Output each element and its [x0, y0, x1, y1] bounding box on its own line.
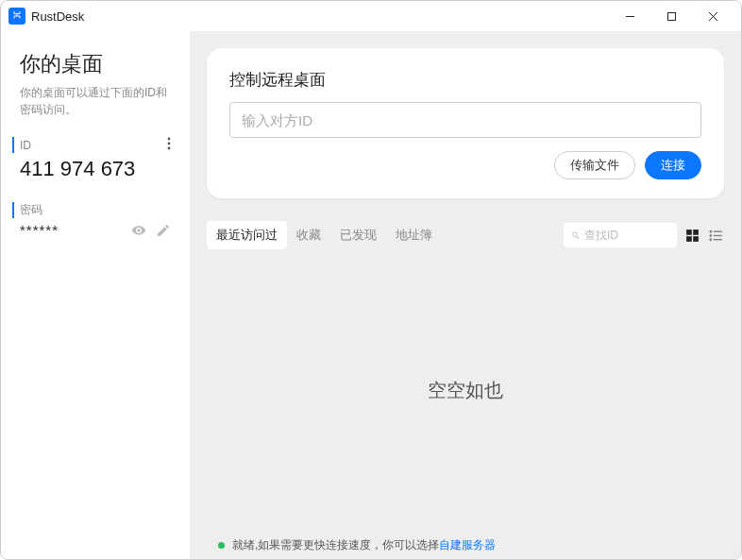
svg-rect-10 [693, 236, 699, 242]
transfer-file-button[interactable]: 传输文件 [554, 151, 635, 179]
list-view-icon[interactable] [708, 228, 724, 244]
svg-point-5 [168, 143, 171, 145]
remote-id-input[interactable] [229, 102, 701, 138]
svg-rect-1 [667, 12, 675, 20]
grid-view-icon[interactable] [684, 228, 700, 244]
sidebar-subtitle: 你的桌面可以通过下面的ID和密码访问。 [20, 84, 171, 118]
tab-addressbook[interactable]: 地址簿 [386, 221, 442, 249]
tab-recent[interactable]: 最近访问过 [207, 221, 287, 249]
pwd-label-row: 密码 [12, 202, 171, 218]
app-logo-icon [8, 8, 25, 25]
svg-rect-9 [686, 236, 692, 242]
sidebar-title: 你的桌面 [20, 50, 171, 78]
empty-state: 空空如也 [207, 249, 724, 531]
remote-title: 控制远程桌面 [229, 69, 701, 91]
pwd-label: 密码 [20, 202, 42, 218]
status-hint: 如果需要更快连接速度，你可以选择 [258, 537, 439, 553]
titlebar: RustDesk [1, 1, 741, 31]
svg-point-4 [168, 138, 171, 141]
remote-buttons: 传输文件 连接 [229, 151, 701, 179]
pwd-row: ****** [20, 222, 171, 238]
id-menu-icon[interactable] [167, 137, 171, 153]
connect-button[interactable]: 连接 [645, 151, 701, 179]
tabs-row: 最近访问过 收藏 已发现 地址簿 [207, 221, 724, 249]
status-link[interactable]: 自建服务器 [439, 537, 496, 553]
id-label: ID [20, 139, 31, 152]
edit-icon[interactable] [156, 223, 171, 238]
search-box[interactable] [564, 223, 677, 247]
status-ready: 就绪, [232, 537, 258, 553]
eye-icon[interactable] [131, 223, 146, 238]
maximize-button[interactable] [650, 1, 692, 31]
svg-rect-8 [693, 229, 699, 235]
tab-discovered[interactable]: 已发现 [330, 221, 386, 249]
remote-card: 控制远程桌面 传输文件 连接 [207, 48, 724, 198]
statusbar: 就绪, 如果需要更快连接速度，你可以选择 自建服务器 [207, 531, 724, 559]
search-input[interactable] [584, 229, 669, 242]
id-label-row: ID [12, 137, 171, 153]
pwd-value: ****** [20, 222, 59, 238]
id-value: 411 974 673 [20, 157, 171, 181]
svg-point-15 [710, 239, 711, 240]
minimize-button[interactable] [609, 1, 650, 31]
status-dot-icon [218, 542, 225, 549]
window-controls [609, 1, 734, 31]
svg-point-11 [710, 230, 711, 231]
main-area: 控制远程桌面 传输文件 连接 最近访问过 收藏 已发现 地址簿 [190, 31, 741, 559]
tab-favorites[interactable]: 收藏 [287, 221, 330, 249]
search-icon [571, 229, 581, 242]
svg-rect-7 [686, 229, 692, 235]
svg-point-6 [168, 147, 171, 150]
close-button[interactable] [692, 1, 734, 31]
sidebar: 你的桌面 你的桌面可以通过下面的ID和密码访问。 ID 411 974 673 … [1, 31, 190, 559]
app-title: RustDesk [31, 9, 84, 24]
svg-point-13 [710, 234, 711, 235]
